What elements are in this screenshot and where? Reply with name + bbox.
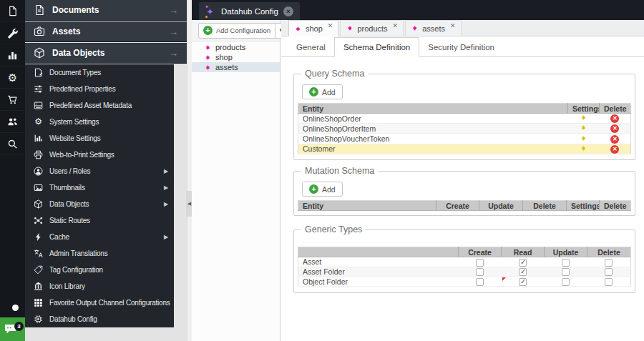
panel-splitter[interactable] bbox=[187, 0, 192, 341]
sidebar-item-favorite-output-channel-configurations[interactable]: Favorite Output Channel Configurations bbox=[25, 295, 174, 311]
checkbox-update[interactable] bbox=[562, 278, 570, 286]
checkbox-update[interactable] bbox=[562, 259, 570, 267]
accordion-documents[interactable]: Documents → bbox=[25, 0, 187, 21]
sidebar-item-users-roles[interactable]: Users / Roles ▶ bbox=[25, 163, 174, 179]
rail-item-search[interactable] bbox=[0, 133, 25, 155]
delete-icon[interactable]: ✕ bbox=[610, 124, 619, 133]
checkbox-create[interactable] bbox=[476, 259, 484, 267]
table-row[interactable]: Asset bbox=[298, 257, 631, 267]
sidebar-item-system-settings[interactable]: ⚙ System Settings bbox=[25, 114, 174, 130]
window-tab-datahub-config[interactable]: ✦✦ Datahub Config × bbox=[199, 2, 300, 20]
document-icon bbox=[7, 6, 18, 16]
tab-security-definition[interactable]: Security Definition bbox=[419, 38, 503, 56]
sidebar-item-website-settings[interactable]: Website Settings bbox=[25, 130, 174, 147]
config-tab-assets[interactable]: assets ✕ bbox=[405, 20, 461, 36]
sidebar-item-static-routes[interactable]: Static Routes bbox=[25, 212, 174, 229]
mutation-schema-add-button[interactable]: + Add bbox=[302, 182, 343, 197]
sidebar-item-tag-configuration[interactable]: Tag Configuration bbox=[25, 262, 174, 278]
delete-icon[interactable]: ✕ bbox=[610, 135, 619, 144]
table-row[interactable]: Object Folder bbox=[298, 277, 631, 287]
mutation-schema-legend: Mutation Schema bbox=[301, 166, 378, 176]
arrow-right-icon: → bbox=[169, 26, 178, 37]
rail-item-documents[interactable] bbox=[0, 0, 25, 22]
column-header-update[interactable]: Update bbox=[545, 247, 587, 257]
settings-icon[interactable] bbox=[580, 124, 587, 132]
checkbox-update[interactable] bbox=[562, 268, 570, 276]
checkbox-read[interactable] bbox=[519, 268, 527, 276]
rail-item-settings[interactable]: ⚙ bbox=[0, 66, 25, 89]
checkbox-read[interactable] bbox=[519, 278, 527, 286]
column-header-entity[interactable]: Entity bbox=[298, 201, 436, 211]
sidebar-item-document-types[interactable]: Document Types bbox=[25, 64, 174, 81]
rail-item-ecommerce[interactable] bbox=[0, 89, 25, 111]
column-header-create[interactable]: Create bbox=[459, 247, 502, 257]
rail-item-tools[interactable] bbox=[0, 22, 25, 44]
add-configuration-button[interactable]: + Add Configuration ▼ bbox=[198, 23, 288, 39]
checkbox-delete[interactable] bbox=[605, 278, 613, 286]
window-tab-title: Datahub Config bbox=[221, 7, 278, 16]
column-header-blank bbox=[298, 247, 459, 257]
network-icon bbox=[34, 216, 43, 225]
sidebar-item-web-to-print-settings[interactable]: Web-to-Print Settings bbox=[25, 147, 174, 163]
tree-item-shop[interactable]: shop bbox=[192, 52, 280, 62]
query-schema-add-button[interactable]: + Add bbox=[302, 84, 343, 99]
checkbox-delete[interactable] bbox=[605, 268, 613, 276]
checkbox-create[interactable] bbox=[476, 278, 484, 286]
settings-icon[interactable] bbox=[580, 114, 587, 122]
close-icon[interactable]: ✕ bbox=[328, 22, 333, 29]
sidebar-item-data-objects[interactable]: Data Objects ▶ bbox=[25, 196, 174, 212]
table-row[interactable]: OnlineShopOrder ✕ bbox=[298, 114, 631, 124]
close-icon[interactable]: ✕ bbox=[393, 22, 399, 29]
delete-icon[interactable]: ✕ bbox=[610, 145, 619, 154]
sidebar-item-icon-library[interactable]: Icon Library bbox=[25, 278, 174, 295]
collapse-left-icon: ◀ bbox=[187, 201, 191, 207]
table-row-selected[interactable]: Customer ✕ bbox=[298, 144, 631, 154]
column-header-delete[interactable]: Delete bbox=[587, 247, 631, 257]
sidebar-item-predefined-asset-metadata[interactable]: Predefined Asset Metadata bbox=[25, 97, 174, 114]
sidebar-item-datahub-config[interactable]: Datahub Config bbox=[25, 311, 174, 327]
sidebar-item-predefined-properties[interactable]: Predefined Properties bbox=[25, 81, 174, 97]
table-row[interactable]: OnlineShopOrderItem ✕ bbox=[298, 124, 631, 134]
tab-schema-definition[interactable]: Schema Definition bbox=[334, 37, 419, 57]
table-header-row: Entity Settings Delete bbox=[298, 104, 631, 114]
bar-chart-icon bbox=[7, 50, 18, 61]
notifications-button[interactable]: 3 bbox=[0, 317, 25, 341]
delete-icon[interactable]: ✕ bbox=[610, 114, 619, 123]
sidebar-item-cache[interactable]: Cache ▶ bbox=[25, 229, 174, 245]
column-header-create[interactable]: Create bbox=[436, 201, 479, 211]
tag-icon bbox=[34, 265, 43, 275]
rail-item-reports[interactable] bbox=[0, 44, 25, 66]
chip-icon bbox=[34, 315, 43, 324]
column-header-settings[interactable]: Settings bbox=[568, 104, 600, 114]
accordion-data-objects[interactable]: Data Objects → bbox=[25, 43, 187, 64]
tree-item-assets[interactable]: assets bbox=[192, 62, 280, 72]
config-tab-shop[interactable]: shop ✕ bbox=[288, 20, 338, 36]
column-header-settings[interactable]: Settings bbox=[567, 201, 600, 211]
sidebar-item-thumbnails[interactable]: Thumbnails ▶ bbox=[25, 179, 174, 196]
table-row[interactable]: OnlineShopVoucherToken ✕ bbox=[298, 134, 631, 144]
accordion-label: Documents bbox=[52, 5, 99, 15]
config-tab-products[interactable]: products ✕ bbox=[340, 20, 404, 36]
table-row[interactable]: Asset Folder bbox=[298, 267, 631, 277]
column-header-update[interactable]: Update bbox=[479, 201, 523, 211]
column-header-entity[interactable]: Entity bbox=[298, 104, 568, 114]
checkbox-read[interactable] bbox=[519, 259, 527, 267]
column-header-read[interactable]: Read bbox=[502, 247, 545, 257]
close-icon[interactable]: ✕ bbox=[450, 22, 456, 29]
tab-general[interactable]: General bbox=[288, 38, 334, 56]
sidebar-item-admin-translations[interactable]: Admin Translations bbox=[25, 245, 174, 262]
mutation-schema-fieldset: Mutation Schema + Add Entity Create Upda… bbox=[293, 166, 635, 216]
close-icon[interactable]: × bbox=[283, 6, 293, 16]
column-header-delete[interactable]: Delete bbox=[523, 201, 567, 211]
checkbox-delete[interactable] bbox=[605, 259, 613, 267]
settings-icon[interactable] bbox=[580, 144, 587, 152]
settings-icon[interactable] bbox=[580, 134, 587, 142]
checkbox-create[interactable] bbox=[476, 268, 484, 276]
accordion-assets[interactable]: Assets → bbox=[25, 21, 187, 42]
column-header-delete[interactable]: Delete bbox=[600, 201, 631, 211]
column-header-delete[interactable]: Delete bbox=[600, 104, 631, 114]
graphql-config-icon bbox=[204, 44, 212, 51]
tree-item-products[interactable]: products bbox=[192, 42, 280, 52]
tree-toolbar: + Add Configuration ▼ bbox=[192, 20, 280, 41]
rail-item-users[interactable] bbox=[0, 111, 25, 133]
